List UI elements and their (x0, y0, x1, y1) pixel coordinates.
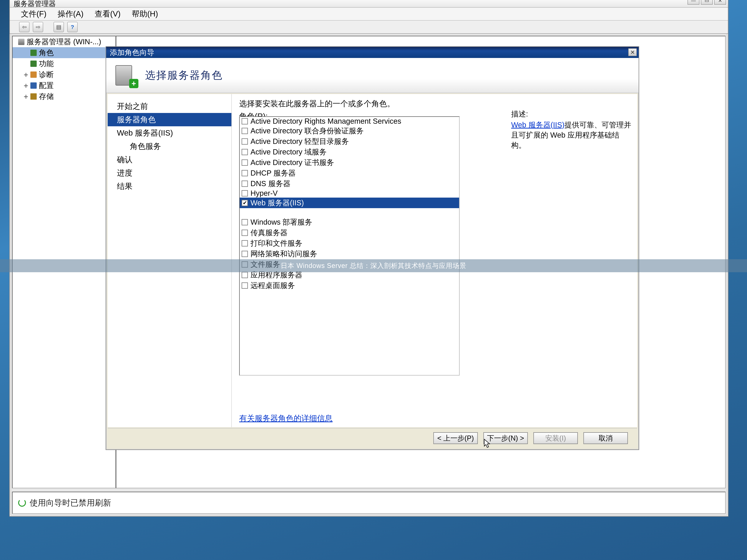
tree-icon (30, 60, 37, 67)
role-checkbox[interactable] (241, 200, 248, 206)
back-wizard-button[interactable]: < 上一步(P) (433, 432, 478, 444)
role-checkbox[interactable] (241, 272, 248, 278)
instruction-text: 选择要安装在此服务器上的一个或多个角色。 (239, 99, 630, 109)
role-label: Web 服务器(IIS) (251, 198, 304, 208)
role-checkbox[interactable] (241, 118, 248, 125)
tree-icon (30, 93, 37, 100)
toolbar: ⇦ ⇨ ▤ ? (10, 21, 728, 34)
role-checkbox[interactable] (241, 240, 248, 246)
tree-node-0[interactable]: 角色 (12, 47, 115, 58)
role-item-12[interactable]: 打印和文件服务 (240, 238, 459, 248)
role-label: 打印和文件服务 (251, 238, 302, 248)
watermark-overlay: 日本 Windows Server 总结：深入剖析其技术特点与应用场景 (0, 259, 747, 272)
maximize-button[interactable]: ▭ (701, 0, 713, 5)
wizard-step-5[interactable]: 进度 (108, 166, 231, 180)
role-label: Windows 部署服务 (251, 217, 312, 227)
tree-node-label: 存储 (39, 91, 54, 102)
role-checkbox[interactable] (241, 181, 248, 187)
role-item-0[interactable]: Active Directory Rights Management Servi… (240, 117, 459, 126)
tree-icon (30, 82, 37, 89)
menu-3[interactable]: 帮助(H) (132, 9, 158, 19)
wizard-button-row: < 上一步(P) 下一步(N) > 安装(I) 取消 (108, 428, 637, 448)
tree-node-4[interactable]: +存储 (12, 91, 115, 102)
role-label: 传真服务器 (251, 228, 287, 238)
role-label: Active Directory 联合身份验证服务 (251, 126, 364, 136)
show-hide-button[interactable]: ▤ (54, 22, 64, 32)
tree-node-label: 功能 (39, 58, 54, 69)
next-wizard-button[interactable]: 下一步(N) > (483, 432, 528, 444)
status-text: 使用向导时已禁用刷新 (30, 498, 111, 508)
server-icon (18, 39, 24, 45)
wizard-titlebar: 添加角色向导 ✕ (106, 47, 639, 58)
wizard-heading: 选择服务器角色 (145, 68, 223, 82)
description-body: Web 服务器(IIS)提供可靠、可管理并且可扩展的 Web 应用程序基础结构。 (511, 120, 632, 150)
description-heading: 描述: (511, 109, 632, 119)
close-button[interactable]: ✕ (714, 0, 726, 5)
role-label: DNS 服务器 (251, 179, 290, 189)
role-item-8[interactable]: Web 服务器(IIS) (240, 197, 459, 208)
refresh-icon (18, 499, 26, 507)
role-checkbox[interactable] (241, 149, 248, 155)
role-checkbox[interactable] (241, 219, 248, 225)
role-label: Active Directory 域服务 (251, 147, 327, 157)
role-label: Active Directory 证书服务 (251, 157, 334, 167)
description-link[interactable]: Web 服务器(IIS) (511, 121, 565, 129)
tree-node-3[interactable]: +配置 (12, 80, 115, 91)
role-checkbox[interactable] (241, 170, 248, 176)
role-item-6[interactable]: DNS 服务器 (240, 178, 459, 189)
menu-1[interactable]: 操作(A) (58, 9, 83, 19)
wizard-step-4[interactable]: 确认 (108, 153, 231, 166)
minimize-button[interactable]: — (688, 0, 699, 5)
role-item-3[interactable]: Active Directory 域服务 (240, 147, 459, 157)
role-label: 远程桌面服务 (251, 281, 295, 291)
forward-button[interactable]: ⇨ (33, 22, 43, 32)
tree-icon (30, 50, 37, 56)
wizard-icon: + (113, 63, 138, 87)
wizard-step-1[interactable]: 服务器角色 (108, 113, 231, 126)
wizard-step-3[interactable]: 角色服务 (108, 140, 231, 153)
role-item-4[interactable]: Active Directory 证书服务 (240, 157, 459, 168)
role-item-2[interactable]: Active Directory 轻型目录服务 (240, 136, 459, 147)
wizard-step-2[interactable]: Web 服务器(IIS) (108, 126, 231, 140)
role-item-10[interactable]: Windows 部署服务 (240, 217, 459, 228)
wizard-step-0[interactable]: 开始之前 (108, 100, 231, 113)
menu-bar: 文件(F)操作(A)查看(V)帮助(H) (10, 7, 728, 21)
tree-icon (30, 72, 37, 78)
tree-root-label: 服务器管理器 (WIN-...) (27, 37, 101, 47)
wizard-close-button[interactable]: ✕ (628, 48, 637, 56)
wizard-step-6[interactable]: 结果 (108, 180, 231, 193)
cancel-wizard-button[interactable]: 取消 (584, 432, 628, 444)
add-roles-wizard: 添加角色向导 ✕ + 选择服务器角色 开始之前服务器角色Web 服务器(IIS)… (106, 46, 639, 450)
role-item-13[interactable]: 网络策略和访问服务 (240, 248, 459, 259)
tree-root[interactable]: 服务器管理器 (WIN-...) (12, 36, 115, 47)
tree-node-2[interactable]: +诊断 (12, 69, 115, 80)
menu-2[interactable]: 查看(V) (95, 9, 121, 19)
role-checkbox[interactable] (241, 159, 248, 166)
role-label: DHCP 服务器 (251, 168, 296, 178)
role-item-5[interactable]: DHCP 服务器 (240, 168, 459, 178)
role-item-7[interactable]: Hyper-V (240, 189, 459, 197)
role-checkbox[interactable] (241, 138, 248, 144)
role-checkbox[interactable] (241, 128, 248, 134)
title-bar: 服务器管理器 (10, 0, 728, 7)
roles-checklist[interactable]: Active Directory Rights Management Servi… (239, 116, 460, 376)
role-label: Hyper-V (251, 189, 278, 197)
tree-node-label: 角色 (39, 48, 54, 58)
role-label: Active Directory Rights Management Servi… (251, 117, 401, 125)
role-checkbox[interactable] (241, 190, 248, 196)
tree-node-1[interactable]: 功能 (12, 58, 115, 69)
wizard-title-text: 添加角色向导 (110, 47, 154, 58)
role-checkbox[interactable] (241, 251, 248, 257)
tree-node-label: 诊断 (39, 70, 54, 80)
back-button[interactable]: ⇦ (19, 22, 29, 32)
help-button[interactable]: ? (67, 22, 78, 32)
details-link[interactable]: 有关服务器角色的详细信息 (239, 413, 333, 424)
role-item-1[interactable]: Active Directory 联合身份验证服务 (240, 126, 459, 136)
description-panel: 描述: Web 服务器(IIS)提供可靠、可管理并且可扩展的 Web 应用程序基… (511, 109, 632, 150)
role-item-11[interactable]: 传真服务器 (240, 228, 459, 238)
menu-0[interactable]: 文件(F) (21, 9, 47, 19)
role-item-16[interactable]: 远程桌面服务 (240, 280, 459, 291)
role-checkbox[interactable] (241, 230, 248, 236)
status-bar: 使用向导时已禁用刷新 (12, 492, 726, 514)
role-checkbox[interactable] (241, 283, 248, 289)
